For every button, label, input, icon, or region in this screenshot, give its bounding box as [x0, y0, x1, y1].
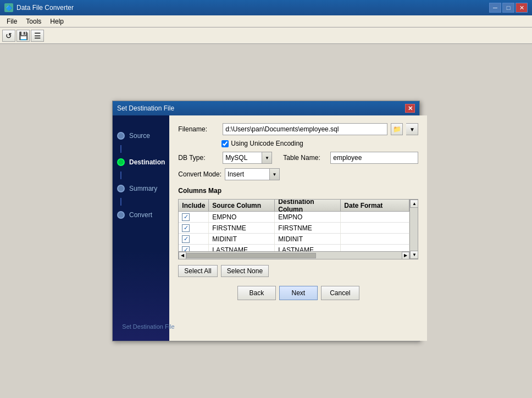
- tablename-input[interactable]: [330, 152, 418, 164]
- step-connector-3: [120, 198, 121, 206]
- toolbar-grid-button[interactable]: ☰: [31, 30, 44, 42]
- set-destination-dialog: Set Destination File ✕ Source Destinatio…: [112, 101, 420, 341]
- table-row: ✓ EMPNO EMPNO: [179, 212, 409, 223]
- app-title: Data File Converter: [16, 4, 489, 12]
- convertmode-label: Convert Mode:: [178, 170, 221, 178]
- filename-label: Filename:: [178, 125, 219, 133]
- browse-button[interactable]: 📁: [391, 123, 403, 135]
- dbtype-label: DB Type:: [178, 154, 219, 162]
- v-scroll-up-button[interactable]: ▲: [410, 200, 418, 208]
- step-convert[interactable]: Convert: [113, 206, 169, 224]
- horizontal-scrollbar[interactable]: ◀ ▶: [179, 251, 409, 259]
- row2-dest: MIDINIT: [275, 234, 341, 244]
- col-header-source: Source Column: [209, 200, 275, 211]
- tablename-label: Table Name:: [283, 154, 327, 162]
- dialog-body: Source Destination Summary Convert Set: [113, 115, 419, 341]
- unicode-row: Using Unicode Encoding: [178, 140, 418, 147]
- step-convert-label: Convert: [129, 211, 152, 219]
- row0-checkbox[interactable]: ✓: [182, 213, 190, 221]
- menu-tools[interactable]: Tools: [21, 16, 46, 26]
- toolbar-save-button[interactable]: 💾: [16, 30, 30, 42]
- row3-include[interactable]: ✓: [179, 245, 209, 251]
- next-button[interactable]: Next: [279, 286, 318, 300]
- step-destination-label: Destination: [129, 158, 165, 166]
- row0-include[interactable]: ✓: [179, 212, 209, 222]
- row0-dest: EMPNO: [275, 212, 341, 222]
- step-source-dot: [117, 132, 125, 140]
- row1-source: FIRSTNME: [209, 223, 275, 233]
- h-scroll-right-button[interactable]: ▶: [402, 252, 409, 259]
- vertical-scrollbar: ▲ ▼: [409, 200, 418, 259]
- row3-dest: LASTNAME: [275, 245, 341, 251]
- h-scroll-track[interactable]: [186, 253, 402, 258]
- step-connector-1: [120, 145, 121, 153]
- minimize-button[interactable]: ─: [489, 3, 501, 13]
- columns-map-header: Columns Map: [178, 187, 418, 195]
- filename-dropdown-button[interactable]: ▼: [406, 123, 418, 135]
- row1-include[interactable]: ✓: [179, 223, 209, 233]
- menu-help[interactable]: Help: [46, 16, 68, 26]
- dbtype-arrow[interactable]: ▼: [262, 152, 271, 163]
- convertmode-arrow[interactable]: ▼: [269, 169, 279, 180]
- row2-date: [341, 234, 409, 244]
- select-none-button[interactable]: Select None: [221, 265, 269, 277]
- step-summary-label: Summary: [129, 185, 157, 192]
- convertmode-value: Insert: [225, 170, 269, 178]
- row1-checkbox[interactable]: ✓: [182, 224, 190, 232]
- back-button[interactable]: Back: [237, 286, 276, 300]
- toolbar-refresh-button[interactable]: ↺: [2, 30, 15, 42]
- col-header-dest: Destination Column: [275, 200, 341, 211]
- current-step-label: Set Destination File: [117, 323, 180, 330]
- col-header-date: Date Format: [341, 200, 409, 211]
- cancel-button[interactable]: Cancel: [321, 286, 359, 300]
- table-row: ✓ LASTNAME LASTNAME: [179, 245, 409, 251]
- dialog-title: Set Destination File: [117, 104, 405, 112]
- app-icon: 🔷: [4, 3, 13, 12]
- row0-source: EMPNO: [209, 212, 275, 222]
- steps-panel: Source Destination Summary Convert Set: [113, 115, 169, 341]
- dialog-titlebar: Set Destination File ✕: [113, 101, 419, 115]
- step-destination[interactable]: Destination: [113, 153, 169, 172]
- row3-source: LASTNAME: [209, 245, 275, 251]
- menu-file[interactable]: File: [2, 16, 21, 26]
- select-buttons: Select All Select None: [178, 265, 418, 277]
- table-header: Include Source Column Destination Column…: [179, 200, 409, 212]
- step-source-label: Source: [129, 132, 150, 140]
- table-row: ✓ MIDINIT MIDINIT: [179, 234, 409, 245]
- convertmode-select[interactable]: Insert ▼: [225, 168, 280, 180]
- h-scroll-thumb[interactable]: [186, 253, 315, 258]
- content-panel: Filename: 📁 ▼ Using Unicode Encoding DB …: [169, 115, 427, 341]
- select-all-button[interactable]: Select All: [178, 265, 217, 277]
- filename-input[interactable]: [223, 123, 387, 135]
- menu-bar: File Tools Help: [0, 15, 532, 27]
- table-row: ✓ FIRSTNME FIRSTNME: [179, 223, 409, 234]
- unicode-label: Using Unicode Encoding: [231, 140, 303, 147]
- step-convert-dot: [117, 211, 125, 219]
- col-header-include: Include: [179, 200, 209, 211]
- row0-date: [341, 212, 409, 222]
- columns-table-main: Include Source Column Destination Column…: [179, 200, 409, 259]
- v-scroll-down-button[interactable]: ▼: [410, 251, 418, 259]
- step-summary-dot: [117, 185, 125, 192]
- row2-include[interactable]: ✓: [179, 234, 209, 244]
- row2-source: MIDINIT: [209, 234, 275, 244]
- close-button[interactable]: ✕: [516, 3, 528, 13]
- dbtype-value: MySQL: [223, 154, 262, 162]
- title-bar: 🔷 Data File Converter ─ □ ✕: [0, 0, 532, 15]
- dbtype-select[interactable]: MySQL ▼: [223, 152, 272, 164]
- filename-row: Filename: 📁 ▼: [178, 123, 418, 135]
- dialog-close-button[interactable]: ✕: [405, 104, 415, 113]
- row3-checkbox[interactable]: ✓: [182, 246, 190, 252]
- main-area: Set Destination File ✕ Source Destinatio…: [0, 44, 532, 398]
- step-source[interactable]: Source: [113, 126, 169, 145]
- step-summary[interactable]: Summary: [113, 179, 169, 198]
- convertmode-row: Convert Mode: Insert ▼: [178, 168, 418, 180]
- maximize-button[interactable]: □: [502, 3, 514, 13]
- unicode-checkbox[interactable]: [221, 140, 229, 147]
- v-scroll-track[interactable]: [410, 208, 418, 251]
- dbtype-tablename-row: DB Type: MySQL ▼ Table Name:: [178, 152, 418, 164]
- row2-checkbox[interactable]: ✓: [182, 235, 190, 243]
- step-connector-2: [120, 172, 121, 179]
- h-scroll-left-button[interactable]: ◀: [179, 252, 186, 259]
- columns-table-wrapper: Include Source Column Destination Column…: [178, 199, 418, 259]
